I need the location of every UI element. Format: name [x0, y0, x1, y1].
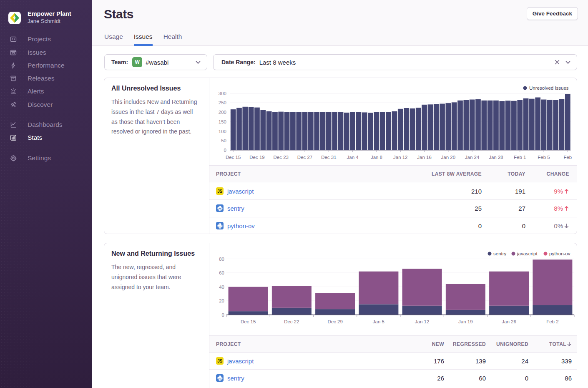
svg-text:Jan 5: Jan 5	[373, 319, 384, 324]
svg-text:Jan 28: Jan 28	[489, 155, 503, 160]
svg-text:80: 80	[219, 257, 224, 262]
svg-text:Jan 20: Jan 20	[441, 155, 456, 160]
svg-text:javascript: javascript	[517, 251, 538, 256]
svg-text:50: 50	[221, 138, 226, 143]
svg-text:60: 60	[219, 270, 224, 275]
svg-text:Dec 22: Dec 22	[284, 319, 299, 324]
svg-text:Jan 12: Jan 12	[393, 155, 408, 160]
svg-text:Dec 27: Dec 27	[297, 155, 312, 160]
svg-text:Feb: Feb	[563, 155, 572, 160]
svg-text:Dec 23: Dec 23	[274, 155, 289, 160]
svg-text:Jan 19: Jan 19	[458, 319, 473, 324]
svg-text:0: 0	[224, 148, 226, 153]
svg-text:Dec 29: Dec 29	[327, 319, 342, 324]
svg-text:Jan 4: Jan 4	[347, 155, 359, 160]
svg-text:Jan 12: Jan 12	[415, 319, 430, 324]
svg-text:Dec 31: Dec 31	[321, 155, 336, 160]
svg-text:Feb 5: Feb 5	[538, 155, 550, 160]
svg-text:Feb 1: Feb 1	[514, 155, 526, 160]
svg-text:300: 300	[219, 91, 226, 96]
svg-text:200: 200	[219, 110, 226, 115]
svg-text:Unresolved Issues: Unresolved Issues	[529, 86, 569, 91]
svg-text:150: 150	[219, 119, 226, 124]
svg-text:sentry: sentry	[493, 251, 507, 256]
svg-text:250: 250	[219, 100, 226, 105]
svg-text:Dec 15: Dec 15	[226, 155, 241, 160]
svg-text:Dec 15: Dec 15	[241, 319, 256, 324]
svg-text:100: 100	[219, 129, 226, 134]
svg-text:Jan 26: Jan 26	[502, 319, 516, 324]
svg-text:python-ov: python-ov	[549, 251, 570, 256]
svg-text:20: 20	[219, 298, 224, 303]
svg-text:40: 40	[219, 285, 224, 290]
svg-text:Feb 2: Feb 2	[546, 319, 558, 324]
svg-text:Jan 24: Jan 24	[465, 155, 480, 160]
svg-text:Jan 8: Jan 8	[371, 155, 382, 160]
svg-text:Jan 16: Jan 16	[417, 155, 432, 160]
svg-text:0: 0	[222, 312, 224, 317]
svg-text:Dec 19: Dec 19	[249, 155, 264, 160]
